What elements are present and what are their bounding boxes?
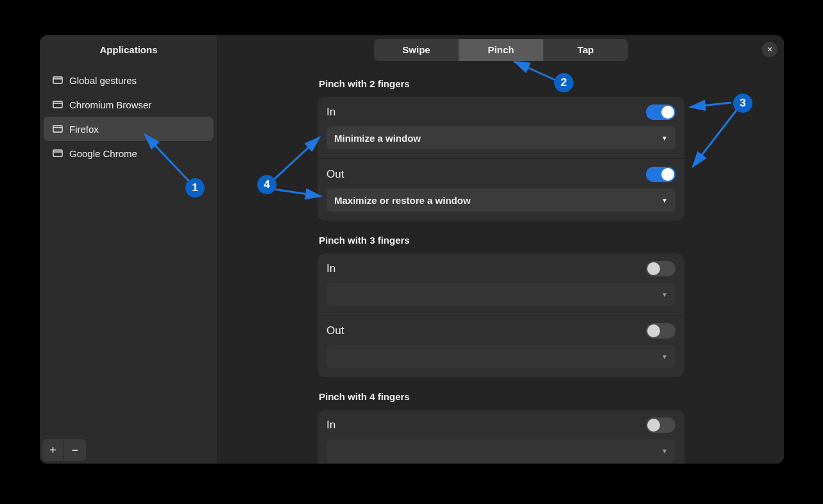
sidebar-item-chromium[interactable]: Chromium Browser [44,92,214,117]
pinch-4-in-toggle[interactable] [646,417,675,433]
chevron-down-icon: ▼ [661,448,668,455]
pinch-4-in-row: In ▼ [318,410,684,464]
sidebar-item-label: Global gestures [69,75,137,86]
sidebar-item-global-gestures[interactable]: Global gestures [44,68,214,92]
plus-icon: + [49,444,56,457]
chevron-down-icon: ▼ [661,197,668,204]
tab-swipe[interactable]: Swipe [374,39,459,61]
row-head: In [327,261,675,276]
main-panel: Swipe Pinch Tap × Pinch with 2 fingers I… [218,35,784,464]
settings-window: Applications Global gestures Chromium Br… [40,35,784,464]
row-name: Out [327,168,344,181]
pinch-3-group: In ▼ Out ▼ [318,253,684,377]
chevron-down-icon: ▼ [661,135,668,142]
svg-rect-6 [53,150,62,156]
svg-rect-0 [53,77,62,83]
add-app-button[interactable]: + [42,439,64,461]
pinch-2-out-action-dropdown[interactable]: Maximize or restore a window ▼ [327,189,675,212]
sidebar-item-firefox[interactable]: Firefox [44,117,214,141]
close-button[interactable]: × [762,42,777,57]
pinch-2-out-toggle[interactable] [646,167,675,182]
pinch-3-in-row: In ▼ [318,253,684,315]
pinch-3-out-action-dropdown[interactable]: ▼ [327,345,675,368]
dropdown-value: Maximize or restore a window [334,195,471,206]
section-title: Pinch with 2 fingers [319,78,684,89]
pinch-3-in-toggle[interactable] [646,261,675,276]
row-head: Out [327,167,675,182]
row-name: In [327,419,335,432]
pinch-3-out-toggle[interactable] [646,323,675,339]
pinch-2-group: In Minimize a window ▼ Out Maximize or r… [318,97,684,221]
pinch-2-out-row: Out Maximize or restore a window ▼ [318,158,684,221]
chevron-down-icon: ▼ [661,353,668,360]
sidebar-item-google-chrome[interactable]: Google Chrome [44,141,214,165]
row-head: In [327,105,675,120]
tab-tap[interactable]: Tap [543,39,628,61]
sidebar-footer: + − [40,437,217,464]
window-icon [53,148,63,158]
svg-rect-2 [53,101,62,108]
sidebar-item-label: Chromium Browser [69,99,151,110]
headerbar: Swipe Pinch Tap × [218,35,784,64]
pinch-2-in-row: In Minimize a window ▼ [318,97,684,158]
row-head: In [327,417,675,433]
pinch-2-in-action-dropdown[interactable]: Minimize a window ▼ [327,126,675,149]
window-icon [53,99,63,110]
dropdown-value: Minimize a window [334,133,421,144]
pinch-4-group: In ▼ [318,410,684,464]
sidebar-list: Global gestures Chromium Browser Firefox… [40,64,217,437]
pinch-3-out-row: Out ▼ [318,315,684,377]
row-name: In [327,262,335,275]
svg-rect-4 [53,126,62,132]
section-title: Pinch with 3 fingers [319,235,684,246]
section-title: Pinch with 4 fingers [319,391,684,402]
sidebar-item-label: Firefox [69,124,99,135]
row-head: Out [327,323,675,339]
gesture-type-tabs: Swipe Pinch Tap [374,39,628,61]
row-name: In [327,106,335,119]
pinch-4-in-action-dropdown[interactable]: ▼ [327,439,675,462]
close-icon: × [767,44,772,55]
window-icon [53,124,63,134]
pinch-3-in-action-dropdown[interactable]: ▼ [327,283,675,306]
row-name: Out [327,324,344,337]
content: Pinch with 2 fingers In Minimize a windo… [218,64,784,464]
chevron-down-icon: ▼ [661,291,668,298]
sidebar: Applications Global gestures Chromium Br… [40,35,218,464]
remove-app-button[interactable]: − [64,439,86,461]
window-icon [53,75,63,85]
sidebar-title: Applications [40,35,217,64]
pinch-2-in-toggle[interactable] [646,105,675,120]
minus-icon: − [72,444,79,457]
sidebar-item-label: Google Chrome [69,148,137,159]
tab-pinch[interactable]: Pinch [459,39,543,61]
